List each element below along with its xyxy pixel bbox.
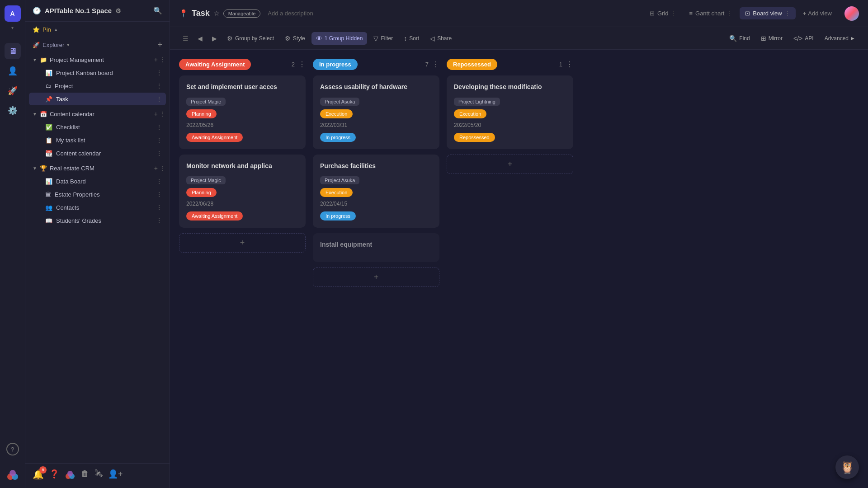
item-more-icon[interactable]: ⋮ bbox=[156, 191, 162, 198]
manageable-badge[interactable]: Manageable bbox=[223, 9, 261, 18]
workspace-avatar[interactable]: A bbox=[5, 5, 21, 22]
project-emoji: 🗂 bbox=[45, 83, 51, 89]
api-button[interactable]: </> API bbox=[789, 32, 818, 45]
search-icon[interactable]: 🔍 bbox=[153, 6, 162, 15]
column-menu-awaiting[interactable]: ⋮ bbox=[298, 60, 306, 69]
item-more-icon[interactable]: ⋮ bbox=[156, 150, 162, 157]
explorer-label[interactable]: 🚀 Explorer ▾ bbox=[33, 42, 70, 48]
grid-menu-icon[interactable]: ⋮ bbox=[671, 10, 676, 17]
user-avatar[interactable] bbox=[844, 6, 859, 21]
group-hidden-button[interactable]: 👁 1 Group Hidden bbox=[311, 32, 368, 45]
group-more-icon[interactable]: ⋮ bbox=[160, 110, 166, 117]
group-add-icon[interactable]: + bbox=[154, 110, 158, 117]
board-icon: ⊡ bbox=[745, 10, 750, 17]
share-button[interactable]: ◁ Share bbox=[425, 32, 456, 45]
add-card-button-inprogress[interactable]: + bbox=[313, 267, 439, 287]
notification-bell[interactable]: 🔔 8 bbox=[33, 469, 44, 483]
collapse-workspace-icon[interactable]: ▾ bbox=[11, 25, 14, 30]
trash-icon[interactable]: 🗑 bbox=[81, 469, 89, 483]
sidebar-item-contacts[interactable]: 👥 Contacts ⋮ bbox=[29, 201, 166, 214]
find-button[interactable]: 🔍 Find bbox=[725, 32, 754, 45]
sidebar-header-actions: 🔍 bbox=[153, 6, 162, 15]
item-more-icon[interactable]: ⋮ bbox=[156, 95, 162, 103]
nav-group-content-calendar-header[interactable]: ▼ 📅 Content calendar + ⋮ bbox=[25, 108, 170, 120]
sidebar-item-estate-properties[interactable]: 🏛 Estate Properties ⋮ bbox=[29, 188, 166, 201]
kanban-card-2[interactable]: Monitor network and applica Project Magi… bbox=[179, 155, 306, 228]
card-phase-badge: Execution bbox=[320, 109, 353, 118]
satellite-icon[interactable]: 🛰 bbox=[94, 469, 103, 483]
tab-gantt[interactable]: ≡ Gantt chart ⋮ bbox=[684, 7, 738, 19]
workspace-settings-icon[interactable]: ⚙ bbox=[115, 7, 121, 14]
style-icon: ⚙ bbox=[285, 35, 291, 42]
people-icon[interactable]: 👤 bbox=[5, 63, 21, 79]
kanban-card-6[interactable]: Developing these modificatio Project Lig… bbox=[447, 75, 573, 149]
filter-icon: ▽ bbox=[373, 35, 378, 42]
add-user-bottom-icon[interactable]: 👤+ bbox=[108, 469, 123, 483]
item-more-icon[interactable]: ⋮ bbox=[156, 204, 162, 211]
sidebar-item-checklist[interactable]: ✅ Checklist ⋮ bbox=[29, 121, 166, 133]
card-status-badge: In progress bbox=[320, 211, 356, 221]
tab-label: Gantt chart bbox=[695, 10, 724, 17]
sidebar-item-my-task-list[interactable]: 📋 My task list ⋮ bbox=[29, 134, 166, 146]
nav-item-text: Content calendar bbox=[56, 150, 101, 157]
style-button[interactable]: ⚙ Style bbox=[280, 32, 310, 45]
nav-item-text: Checklist bbox=[56, 124, 80, 131]
card-title: Monitor network and applica bbox=[186, 162, 298, 171]
card-project-tag: Project Asuka bbox=[320, 176, 359, 184]
card-date: 2022/05/20 bbox=[454, 122, 566, 128]
sidebar-collapse-button[interactable]: ☰ bbox=[179, 32, 192, 45]
item-more-icon[interactable]: ⋮ bbox=[156, 82, 162, 89]
kanban-card-3[interactable]: Assess usability of hardware Project Asu… bbox=[313, 75, 439, 149]
back-button[interactable]: ◀ bbox=[193, 32, 206, 45]
column-menu-inprogress[interactable]: ⋮ bbox=[432, 60, 439, 69]
bot-avatar[interactable]: 🦉 bbox=[835, 455, 859, 479]
sort-button[interactable]: ↕ Sort bbox=[399, 32, 424, 45]
item-more-icon[interactable]: ⋮ bbox=[156, 69, 162, 76]
help-icon[interactable]: ? bbox=[6, 443, 19, 455]
kanban-card-4[interactable]: Purchase facilities Project Asuka Execut… bbox=[313, 155, 439, 228]
pin-section[interactable]: ⭐ Pin ▲ bbox=[25, 22, 170, 38]
tab-board[interactable]: ⊡ Board view ⋮ bbox=[740, 7, 795, 19]
rocket-icon[interactable]: 🚀 bbox=[5, 83, 21, 99]
advanced-button[interactable]: Advanced ▶ bbox=[820, 33, 859, 44]
group-add-icon[interactable]: + bbox=[154, 56, 158, 63]
sidebar-item-students-grades[interactable]: 📖 Students' Grades ⋮ bbox=[29, 214, 166, 227]
page-description[interactable]: Add a description bbox=[268, 10, 313, 17]
nav-group-project-management-header[interactable]: ▼ 📁 Project Management + ⋮ bbox=[25, 53, 170, 66]
sidebar-item-task[interactable]: 📌 Task ⋮ bbox=[29, 93, 166, 105]
group-more-icon[interactable]: ⋮ bbox=[160, 164, 166, 172]
group-by-button[interactable]: ⚙ Group by Select bbox=[222, 32, 278, 45]
sidebar-item-project-kanban[interactable]: 📊 Project Kanban board ⋮ bbox=[29, 66, 166, 79]
gantt-menu-icon[interactable]: ⋮ bbox=[727, 10, 732, 17]
filter-button[interactable]: ▽ Filter bbox=[369, 32, 397, 45]
item-more-icon[interactable]: ⋮ bbox=[156, 178, 162, 185]
add-card-button-repossessed[interactable]: + bbox=[447, 155, 573, 174]
sidebar-item-content-calendar[interactable]: 📆 Content calendar ⋮ bbox=[29, 147, 166, 160]
sidebar-item-project[interactable]: 🗂 Project ⋮ bbox=[29, 80, 166, 92]
nav-item-text: Task bbox=[56, 96, 68, 103]
triangle-icon: ▼ bbox=[33, 166, 37, 171]
kanban-card-1[interactable]: Set and implement user acces Project Mag… bbox=[179, 75, 306, 149]
group-add-icon[interactable]: + bbox=[154, 164, 158, 172]
board-menu-icon[interactable]: ⋮ bbox=[785, 10, 790, 17]
add-view-button[interactable]: + Add view bbox=[797, 7, 837, 19]
tab-grid[interactable]: ⊞ Grid ⋮ bbox=[644, 7, 682, 19]
explorer-add-icon[interactable]: + bbox=[157, 40, 162, 50]
kanban-card-5[interactable]: Install equipment bbox=[313, 233, 439, 262]
group-more-icon[interactable]: ⋮ bbox=[160, 56, 166, 63]
svg-point-5 bbox=[67, 471, 73, 476]
card-title: Assess usability of hardware bbox=[320, 83, 432, 92]
monitor-icon[interactable]: 🖥 bbox=[5, 43, 21, 59]
add-card-button-awaiting[interactable]: + bbox=[179, 233, 306, 253]
item-more-icon[interactable]: ⋮ bbox=[156, 136, 162, 144]
mirror-button[interactable]: ⊞ Mirror bbox=[756, 32, 787, 45]
help-bottom-icon[interactable]: ❓ bbox=[49, 469, 59, 483]
item-more-icon[interactable]: ⋮ bbox=[156, 217, 162, 224]
nav-group-real-estate-header[interactable]: ▼ 🏆 Real estate CRM + ⋮ bbox=[25, 162, 170, 174]
sidebar-item-data-board[interactable]: 📊 Data Board ⋮ bbox=[29, 175, 166, 188]
settings-icon[interactable]: ⚙️ bbox=[5, 103, 21, 119]
column-menu-repossessed[interactable]: ⋮ bbox=[566, 60, 573, 69]
item-more-icon[interactable]: ⋮ bbox=[156, 123, 162, 131]
favorite-star-icon[interactable]: ☆ bbox=[213, 9, 220, 18]
forward-button[interactable]: ▶ bbox=[208, 32, 221, 45]
